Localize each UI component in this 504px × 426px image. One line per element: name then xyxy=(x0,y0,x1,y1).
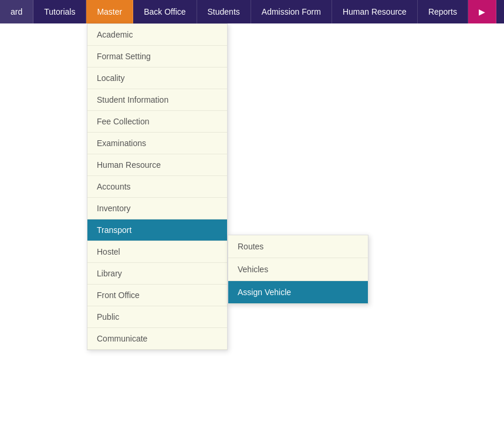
master-dropdown: AcademicFormat SettingLocalityStudent In… xyxy=(87,23,228,350)
master-menu-item-library[interactable]: Library xyxy=(87,263,227,285)
nav-item-dashboard[interactable]: ard xyxy=(0,0,33,23)
master-menu-item-front-office[interactable]: Front Office xyxy=(87,285,227,306)
master-menu-item-fee-collection[interactable]: Fee Collection xyxy=(87,111,227,133)
nav-item-back-office[interactable]: Back Office xyxy=(133,0,197,23)
master-menu-item-transport[interactable]: Transport xyxy=(87,219,227,241)
master-menu-item-accounts[interactable]: Accounts xyxy=(87,176,227,198)
nav-item-admission-form[interactable]: Admission Form xyxy=(251,0,332,23)
master-menu-item-examinations[interactable]: Examinations xyxy=(87,133,227,154)
master-menu-item-academic[interactable]: Academic xyxy=(87,24,227,46)
master-menu-item-format-setting[interactable]: Format Setting xyxy=(87,46,227,67)
master-menu-item-inventory[interactable]: Inventory xyxy=(87,198,227,219)
nav-item-human-resource[interactable]: Human Resource xyxy=(332,0,418,23)
master-menu-item-locality[interactable]: Locality xyxy=(87,67,227,89)
nav-item-tutorials[interactable]: Tutorials xyxy=(33,0,86,23)
transport-submenu-item-routes[interactable]: Routes xyxy=(228,235,368,258)
master-menu-item-public[interactable]: Public xyxy=(87,306,227,328)
transport-submenu-item-vehicles[interactable]: Vehicles xyxy=(228,258,368,281)
navbar: ardTutorialsMasterBack OfficeStudentsAdm… xyxy=(0,0,504,23)
master-menu-item-student-information[interactable]: Student Information xyxy=(87,89,227,111)
transport-submenu-item-assign-vehicle[interactable]: Assign Vehicle xyxy=(228,281,368,304)
transport-submenu: RoutesVehiclesAssign Vehicle xyxy=(228,235,368,305)
master-menu-item-hostel[interactable]: Hostel xyxy=(87,241,227,263)
master-menu-item-communicate[interactable]: Communicate xyxy=(87,328,227,350)
nav-item-master[interactable]: Master xyxy=(86,0,133,23)
nav-item-students[interactable]: Students xyxy=(197,0,251,23)
nav-item-reports[interactable]: Reports xyxy=(418,0,468,23)
nav-item-more[interactable]: ▶ xyxy=(468,0,496,23)
master-menu-item-human-resource-menu[interactable]: Human Resource xyxy=(87,154,227,176)
